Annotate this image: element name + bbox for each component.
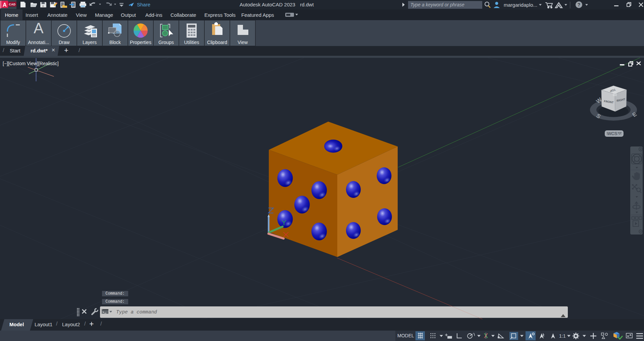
svg-text:CAD: CAD xyxy=(9,3,16,6)
svg-text:E: E xyxy=(631,111,638,118)
svg-text:?: ? xyxy=(578,2,581,7)
svg-text:A: A xyxy=(3,2,7,8)
svg-text:1:1: 1:1 xyxy=(559,333,566,339)
svg-text:WCS: WCS xyxy=(607,131,617,136)
